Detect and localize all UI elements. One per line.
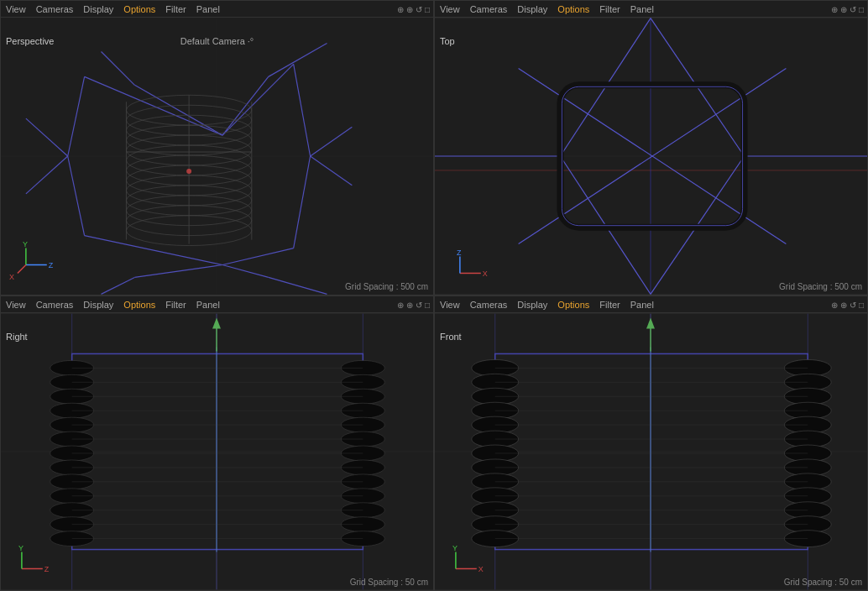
svg-text:Y: Y <box>18 544 24 552</box>
menu-panel-front[interactable]: Panel <box>629 300 656 310</box>
canvas-front[interactable]: X Y Front Grid Spacing : 50 cm <box>435 313 867 590</box>
viewport-top[interactable]: View Cameras Display Options Filter Pane… <box>434 0 868 296</box>
svg-text:Y: Y <box>23 240 28 248</box>
menu-display-perspective[interactable]: Display <box>81 4 115 14</box>
svg-text:Y: Y <box>452 544 458 552</box>
move-icon-perspective[interactable]: ⊕ <box>397 5 404 14</box>
menu-filter-perspective[interactable]: Filter <box>164 4 187 14</box>
menu-panel-top[interactable]: Panel <box>629 4 656 14</box>
menu-cameras-front[interactable]: Cameras <box>468 300 510 310</box>
viewport-icons-front: ⊕ ⊕ ↺ □ <box>831 296 864 313</box>
menu-filter-front[interactable]: Filter <box>598 300 621 310</box>
svg-text:X: X <box>483 269 488 278</box>
maximize-icon-perspective[interactable]: □ <box>425 5 430 14</box>
maximize-icon-right[interactable]: □ <box>425 301 430 310</box>
menu-view-perspective[interactable]: View <box>4 4 28 14</box>
viewport-label-top: Top <box>440 36 455 46</box>
menu-bar-perspective: View Cameras Display Options Filter Pane… <box>4 4 222 14</box>
menu-display-top[interactable]: Display <box>515 4 549 14</box>
viewport-label-front: Front <box>440 332 462 342</box>
viewport-icons-right: ⊕ ⊕ ↺ □ <box>397 296 430 313</box>
reset-icon-front[interactable]: ↺ <box>850 301 856 310</box>
menu-cameras-right[interactable]: Cameras <box>34 300 76 310</box>
menu-bar-top: View Cameras Display Options Filter Pane… <box>438 4 656 14</box>
canvas-perspective[interactable]: Z Y X Perspective Default Camera ·° Grid… <box>1 18 433 295</box>
menu-options-perspective[interactable]: Options <box>122 4 157 14</box>
move2-icon-front[interactable]: ⊕ <box>840 301 847 310</box>
reset-icon-perspective[interactable]: ↺ <box>416 5 422 14</box>
viewport-label-perspective: Perspective <box>6 36 54 46</box>
menu-options-right[interactable]: Options <box>122 300 157 310</box>
menu-panel-perspective[interactable]: Panel <box>195 4 222 14</box>
menu-options-front[interactable]: Options <box>556 300 591 310</box>
move2-icon-right[interactable]: ⊕ <box>406 301 413 310</box>
menu-cameras-top[interactable]: Cameras <box>468 4 510 14</box>
viewport-header-top: View Cameras Display Options Filter Pane… <box>435 1 867 18</box>
svg-text:Z: Z <box>44 565 50 573</box>
viewport-camera-label: Default Camera ·° <box>180 36 254 46</box>
canvas-top[interactable]: X Z Top Grid Spacing : 500 cm <box>435 18 867 295</box>
viewport-header-right: View Cameras Display Options Filter Pane… <box>1 296 433 313</box>
menu-display-right[interactable]: Display <box>81 300 115 310</box>
grid-spacing-front: Grid Spacing : 50 cm <box>784 578 862 587</box>
svg-text:X: X <box>9 273 14 281</box>
move2-icon-perspective[interactable]: ⊕ <box>406 5 413 14</box>
canvas-right[interactable]: Z Y Right Grid Spacing : 50 cm <box>1 313 433 590</box>
viewport-label-right: Right <box>6 332 28 342</box>
move-icon-top[interactable]: ⊕ <box>831 5 838 14</box>
menu-cameras-perspective[interactable]: Cameras <box>34 4 76 14</box>
maximize-icon-front[interactable]: □ <box>859 301 864 310</box>
move-icon-front[interactable]: ⊕ <box>831 301 838 310</box>
viewport-icons-top: ⊕ ⊕ ↺ □ <box>831 1 864 18</box>
viewport-front[interactable]: View Cameras Display Options Filter Pane… <box>434 296 868 591</box>
menu-display-front[interactable]: Display <box>515 300 549 310</box>
menu-panel-right[interactable]: Panel <box>195 300 222 310</box>
menu-filter-top[interactable]: Filter <box>598 4 621 14</box>
svg-text:Z: Z <box>457 248 462 257</box>
scene-svg-right: Z Y <box>1 313 433 590</box>
reset-icon-top[interactable]: ↺ <box>850 5 856 14</box>
menu-bar-right: View Cameras Display Options Filter Pane… <box>4 300 222 310</box>
move-icon-right[interactable]: ⊕ <box>397 301 404 310</box>
scene-svg-perspective: Z Y X <box>1 18 433 295</box>
menu-options-top[interactable]: Options <box>556 4 591 14</box>
maximize-icon-top[interactable]: □ <box>859 5 864 14</box>
grid-spacing-perspective: Grid Spacing : 500 cm <box>345 282 428 291</box>
menu-filter-right[interactable]: Filter <box>164 300 187 310</box>
move2-icon-top[interactable]: ⊕ <box>840 5 847 14</box>
menu-bar-front: View Cameras Display Options Filter Pane… <box>438 300 656 310</box>
reset-icon-right[interactable]: ↺ <box>416 301 422 310</box>
viewport-header-perspective: View Cameras Display Options Filter Pane… <box>1 1 433 18</box>
menu-view-top[interactable]: View <box>438 4 462 14</box>
scene-svg-top: X Z <box>435 18 867 295</box>
svg-text:X: X <box>478 565 484 573</box>
menu-view-right[interactable]: View <box>4 300 28 310</box>
viewport-perspective[interactable]: View Cameras Display Options Filter Pane… <box>0 0 434 296</box>
svg-point-40 <box>186 169 191 174</box>
menu-view-front[interactable]: View <box>438 300 462 310</box>
scene-svg-front: X Y <box>435 313 867 590</box>
viewport-header-front: View Cameras Display Options Filter Pane… <box>435 296 867 313</box>
app-container: View Cameras Display Options Filter Pane… <box>0 0 868 591</box>
grid-spacing-right: Grid Spacing : 50 cm <box>350 578 428 587</box>
svg-text:Z: Z <box>49 261 54 269</box>
viewport-right[interactable]: View Cameras Display Options Filter Pane… <box>0 296 434 591</box>
grid-spacing-top: Grid Spacing : 500 cm <box>779 282 862 291</box>
viewport-icons-perspective: ⊕ ⊕ ↺ □ <box>397 1 430 18</box>
